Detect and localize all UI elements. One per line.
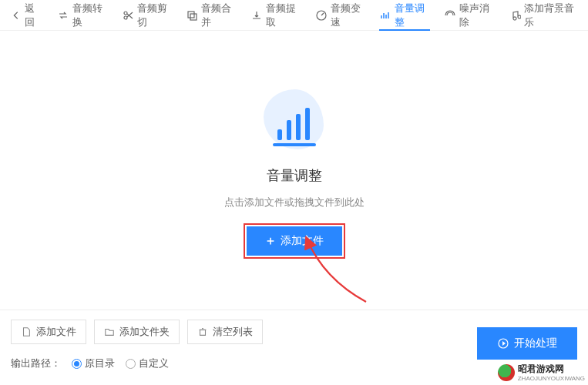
tab-audio-extract[interactable]: 音频提取 [244, 1, 307, 30]
folder-icon [104, 326, 115, 337]
plus-icon [265, 236, 276, 246]
file-icon [21, 326, 32, 337]
add-file-button[interactable]: 添加文件 [11, 320, 86, 344]
svg-point-1 [124, 16, 127, 19]
svg-point-0 [124, 12, 127, 15]
radio-dot-icon [72, 359, 82, 369]
empty-state: 音量调整 点击添加文件或拖拽文件到此处 添加文件 [0, 31, 588, 310]
tab-label: 音频合并 [201, 2, 237, 29]
top-toolbar: 返回 音频转换 音频剪切 音频合并 音频提取 音频变速 音量调整 [0, 0, 588, 31]
radio-custom-dir[interactable]: 自定义 [126, 357, 169, 370]
noise-icon [444, 9, 456, 22]
clear-list-button[interactable]: 清空列表 [187, 320, 263, 344]
tab-audio-speed[interactable]: 音频变速 [309, 1, 372, 30]
tab-label: 音频提取 [266, 2, 301, 29]
output-path-label: 输出路径： [11, 357, 61, 370]
start-process-button[interactable]: 开始处理 [477, 327, 577, 360]
scissors-icon [122, 9, 134, 22]
empty-subtitle: 点击添加文件或拖拽文件到此处 [224, 196, 365, 209]
tab-label: 噪声消除 [459, 2, 495, 29]
merge-icon [186, 9, 198, 22]
back-label: 返回 [25, 2, 43, 29]
radio-source-dir[interactable]: 原目录 [72, 357, 115, 370]
tab-audio-merge[interactable]: 音频合并 [180, 1, 243, 30]
tab-add-bgm[interactable]: 添加背景音乐 [502, 1, 583, 30]
arrow-left-icon [11, 9, 22, 22]
tab-label: 音频变速 [331, 2, 366, 29]
tab-noise-remove[interactable]: 噪声消除 [438, 1, 501, 30]
radio-source-label: 原目录 [85, 357, 115, 370]
convert-icon [57, 9, 69, 22]
svg-rect-2 [188, 12, 194, 18]
volume-large-icon [256, 85, 333, 156]
empty-title: 音量调整 [267, 166, 322, 185]
radio-custom-label: 自定义 [139, 357, 169, 370]
trash-icon [197, 326, 208, 337]
extract-icon [250, 9, 263, 22]
tab-audio-cut[interactable]: 音频剪切 [116, 1, 179, 30]
tab-label: 音频剪切 [137, 2, 173, 29]
svg-rect-3 [190, 14, 197, 20]
add-folder-label: 添加文件夹 [119, 325, 170, 339]
tab-label: 音量调整 [395, 2, 430, 29]
bottom-bar: 添加文件 添加文件夹 清空列表 开始处理 输出路径： 原目录 自定义 [0, 310, 588, 385]
tab-label: 添加背景音乐 [524, 2, 577, 29]
add-file-main-button[interactable]: 添加文件 [247, 226, 342, 256]
tab-label: 音频转换 [72, 2, 108, 29]
tab-audio-convert[interactable]: 音频转换 [51, 1, 114, 30]
radio-dot-icon [126, 359, 136, 369]
add-folder-button[interactable]: 添加文件夹 [94, 320, 180, 344]
add-file-main-label: 添加文件 [281, 234, 324, 248]
play-circle-icon [497, 337, 509, 350]
clear-list-label: 清空列表 [213, 325, 253, 339]
back-button[interactable]: 返回 [5, 1, 49, 30]
volume-bars-icon [379, 9, 391, 22]
tab-volume-adjust[interactable]: 音量调整 [373, 1, 436, 30]
start-process-label: 开始处理 [514, 336, 557, 350]
add-file-label: 添加文件 [36, 325, 76, 339]
speed-icon [315, 9, 328, 22]
music-icon [509, 9, 521, 22]
